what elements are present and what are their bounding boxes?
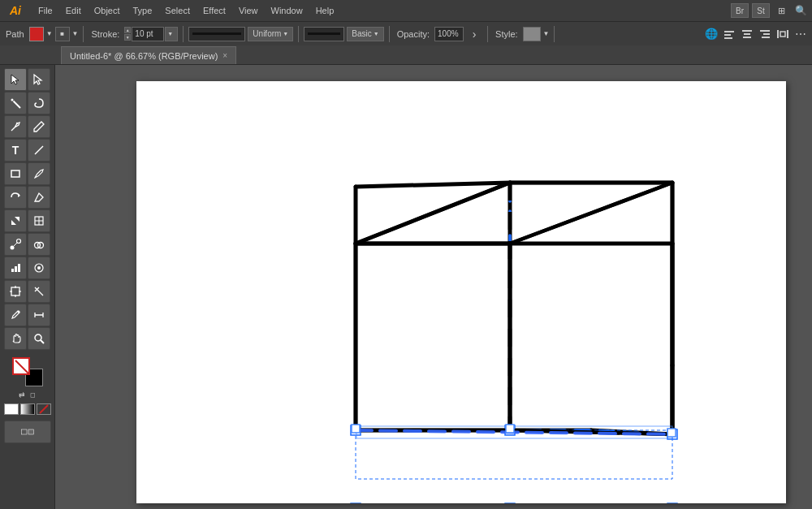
- align-left-icon[interactable]: [721, 27, 737, 41]
- fill-dropdown[interactable]: ▼: [46, 30, 53, 37]
- tool-row-4: T: [4, 139, 50, 162]
- color-mode-dropdown[interactable]: ▼: [72, 30, 79, 37]
- gradient-btn[interactable]: [20, 403, 35, 415]
- pen-tool[interactable]: [4, 115, 27, 138]
- bridge-icon[interactable]: Br: [731, 3, 749, 18]
- more-icon[interactable]: ⋯: [793, 27, 809, 41]
- paintbrush-tool[interactable]: [28, 162, 50, 185]
- svg-point-41: [35, 334, 41, 341]
- svg-rect-78: [352, 425, 360, 433]
- svg-rect-6: [760, 30, 770, 32]
- menu-window[interactable]: Window: [266, 2, 309, 19]
- tool-row-5: [4, 162, 50, 185]
- stroke-style-dropdown[interactable]: Uniform ▼: [248, 27, 293, 41]
- menu-select[interactable]: Select: [159, 2, 196, 19]
- svg-point-12: [11, 99, 14, 101]
- svg-rect-1: [724, 34, 731, 36]
- align-center-icon[interactable]: [739, 27, 755, 41]
- eraser-tool[interactable]: [28, 186, 50, 209]
- zoom-tool[interactable]: [28, 327, 50, 350]
- menu-file[interactable]: File: [32, 2, 58, 19]
- sep3: [298, 26, 299, 42]
- style-arrow[interactable]: ▼: [543, 30, 550, 37]
- fill-color[interactable]: [29, 27, 44, 41]
- default-colors-btn[interactable]: ◻: [28, 390, 38, 399]
- solid-color-btn[interactable]: [4, 403, 19, 415]
- sep6: [554, 26, 555, 42]
- tool-row-8: [4, 233, 50, 256]
- svg-rect-79: [506, 425, 514, 433]
- color-mode-btn[interactable]: ■: [55, 27, 70, 41]
- eyedropper-tool[interactable]: [4, 304, 27, 326]
- align-right-icon[interactable]: [757, 27, 773, 41]
- blend-tool[interactable]: [4, 233, 27, 256]
- svg-rect-5: [743, 37, 751, 38]
- type-tool[interactable]: T: [4, 139, 27, 162]
- profile-dropdown[interactable]: Basic ▼: [347, 27, 383, 41]
- swap-colors-btn[interactable]: ⇄: [17, 390, 27, 399]
- svg-marker-72: [510, 183, 672, 434]
- tab-close[interactable]: ×: [222, 51, 227, 60]
- color-mode-row: [4, 403, 51, 415]
- stroke-up[interactable]: ▲: [124, 27, 131, 33]
- menu-effect[interactable]: Effect: [197, 2, 231, 19]
- stroke-down[interactable]: ▼: [124, 34, 131, 41]
- swatch-controls: ⇄ ◻: [17, 390, 38, 399]
- ai-logo: Ai: [3, 0, 28, 21]
- artboard-bottom: [4, 421, 51, 443]
- canvas-area[interactable]: [55, 65, 812, 509]
- globe-icon[interactable]: 🌐: [703, 27, 719, 41]
- symbol-tool[interactable]: [28, 257, 50, 279]
- style-swatch[interactable]: [523, 27, 541, 41]
- distribute-icon[interactable]: [775, 27, 791, 41]
- profile-preview: [304, 27, 344, 41]
- shapebuilder-tool[interactable]: [28, 233, 50, 256]
- select-tool[interactable]: [4, 68, 27, 91]
- path-label: Path: [3, 29, 27, 39]
- menu-type[interactable]: Type: [127, 2, 158, 19]
- expand-btn[interactable]: ›: [466, 27, 482, 41]
- fill-swatch[interactable]: [12, 357, 30, 375]
- chart-tool[interactable]: [4, 257, 27, 279]
- measure-tool[interactable]: [28, 304, 50, 326]
- lasso-tool[interactable]: [28, 92, 50, 114]
- pencil-tool[interactable]: [28, 115, 50, 138]
- rectangle-tool[interactable]: [4, 162, 27, 185]
- search-icon[interactable]: 🔍: [793, 3, 809, 18]
- stroke-unit-dropdown[interactable]: ▼: [165, 27, 178, 41]
- hand-tool[interactable]: [4, 327, 27, 350]
- menu-object[interactable]: Object: [89, 2, 126, 19]
- stroke-label: Stroke:: [89, 29, 122, 39]
- artboard-tool[interactable]: [4, 280, 27, 303]
- slice-tool[interactable]: [28, 280, 50, 303]
- direct-select-tool[interactable]: [28, 68, 50, 91]
- menu-edit[interactable]: Edit: [60, 2, 87, 19]
- magic-wand-tool[interactable]: [4, 92, 27, 114]
- svg-line-13: [14, 101, 21, 109]
- fill-stroke-swatches[interactable]: [12, 357, 43, 386]
- scale-tool[interactable]: [4, 209, 27, 232]
- menu-view[interactable]: View: [233, 2, 264, 19]
- opacity-input[interactable]: [434, 27, 464, 41]
- tab-bar: Untitled-6* @ 66.67% (RGB/Preview) ×: [0, 45, 812, 65]
- profile-line: [308, 32, 340, 35]
- artboard-switch-btn[interactable]: [4, 421, 51, 443]
- line-tool[interactable]: [28, 139, 50, 162]
- rotate-tool[interactable]: [4, 186, 27, 209]
- svg-line-24: [14, 243, 17, 246]
- svg-point-23: [17, 239, 21, 244]
- tool-row-12: [4, 327, 50, 350]
- style-label: Style:: [493, 29, 520, 39]
- stroke-spinner[interactable]: ▲ ▼: [124, 27, 131, 41]
- profile-arrow: ▼: [374, 31, 379, 37]
- svg-rect-10: [780, 32, 785, 37]
- document-tab[interactable]: Untitled-6* @ 66.67% (RGB/Preview) ×: [61, 46, 236, 64]
- none-btn[interactable]: [37, 403, 51, 415]
- stroke-input[interactable]: [132, 27, 164, 41]
- svg-rect-28: [15, 266, 17, 272]
- stroke-unit-arrow: ▼: [167, 31, 173, 37]
- menu-help[interactable]: Help: [310, 2, 340, 19]
- stock-icon[interactable]: St: [752, 3, 770, 18]
- mesh-tool[interactable]: [28, 209, 50, 232]
- workspace-icon[interactable]: ⊞: [773, 3, 789, 18]
